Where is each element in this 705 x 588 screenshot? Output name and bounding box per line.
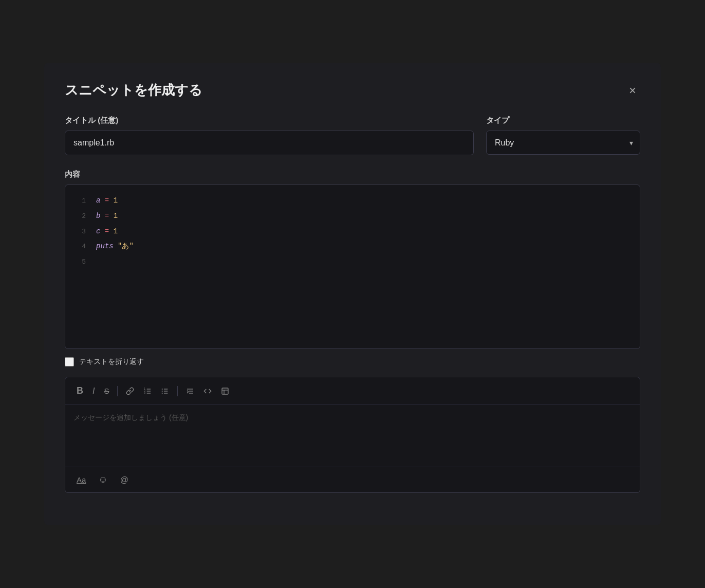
dialog-header: スニペットを作成する × bbox=[65, 81, 640, 99]
bottom-toolbar: Aa ☺ @ bbox=[65, 467, 640, 492]
close-button[interactable]: × bbox=[625, 82, 640, 99]
line-number-1: 1 bbox=[73, 195, 86, 207]
link-button[interactable] bbox=[123, 385, 137, 397]
content-label: 内容 bbox=[65, 170, 640, 179]
type-label: タイプ bbox=[486, 116, 640, 125]
block-button[interactable] bbox=[218, 385, 232, 397]
title-label: タイトル (任意) bbox=[65, 116, 474, 125]
mention-button[interactable]: @ bbox=[117, 473, 132, 487]
line-number-5: 5 bbox=[73, 256, 86, 268]
var-a: a bbox=[96, 196, 100, 205]
code-line-1: 1 a = 1 bbox=[65, 193, 640, 209]
font-button[interactable]: Aa bbox=[73, 473, 89, 486]
type-select[interactable]: Plain Text Ruby Python JavaScript TypeSc… bbox=[486, 131, 640, 155]
wrap-row: テキストを折り返す bbox=[65, 357, 640, 366]
create-snippet-dialog: スニペットを作成する × タイトル (任意) タイプ Plain Text Ru… bbox=[44, 63, 661, 525]
svg-text:3: 3 bbox=[144, 392, 146, 394]
type-select-wrapper: Plain Text Ruby Python JavaScript TypeSc… bbox=[486, 131, 640, 155]
line-number-2: 2 bbox=[73, 211, 86, 222]
code-line-2: 2 b = 1 bbox=[65, 209, 640, 224]
type-group: タイプ Plain Text Ruby Python JavaScript Ty… bbox=[486, 116, 640, 155]
wrap-label: テキストを折り返す bbox=[79, 357, 144, 366]
separator-1 bbox=[117, 386, 118, 396]
code-line-5: 5 bbox=[65, 254, 640, 270]
code-line-4: 4 puts "あ" bbox=[65, 239, 640, 254]
title-type-row: タイトル (任意) タイプ Plain Text Ruby Python Jav… bbox=[65, 116, 640, 155]
svg-point-10 bbox=[162, 391, 163, 392]
val-2: 1 bbox=[114, 212, 118, 220]
message-placeholder[interactable]: メッセージを追加しましょう (任意) bbox=[65, 405, 640, 467]
line-number-3: 3 bbox=[73, 226, 86, 237]
equals-2: = bbox=[105, 212, 109, 220]
dialog-title: スニペットを作成する bbox=[65, 81, 202, 99]
svg-point-11 bbox=[162, 393, 163, 394]
equals-1: = bbox=[105, 196, 109, 205]
equals-3: = bbox=[105, 227, 109, 235]
unordered-list-button[interactable] bbox=[158, 385, 172, 397]
val-3: 1 bbox=[114, 227, 118, 235]
var-c: c bbox=[96, 227, 100, 235]
code-line-3: 3 c = 1 bbox=[65, 224, 640, 240]
content-section: 内容 1 a = 1 2 b = bbox=[65, 170, 640, 349]
keyword-puts: puts bbox=[96, 242, 114, 250]
bold-button[interactable]: B bbox=[73, 383, 86, 398]
title-input[interactable] bbox=[65, 131, 474, 155]
string-ah: "あ" bbox=[118, 242, 134, 250]
message-editor: B I S 1 2 3 bbox=[65, 377, 640, 493]
editor-toolbar: B I S 1 2 3 bbox=[65, 377, 640, 405]
separator-2 bbox=[177, 386, 178, 396]
var-b: b bbox=[96, 212, 100, 220]
code-editor[interactable]: 1 a = 1 2 b = 1 bbox=[65, 185, 640, 349]
ordered-list-button[interactable]: 1 2 3 bbox=[140, 385, 155, 397]
line-number-4: 4 bbox=[73, 241, 86, 252]
emoji-button[interactable]: ☺ bbox=[95, 472, 110, 487]
italic-button[interactable]: I bbox=[89, 384, 98, 398]
strikethrough-button[interactable]: S bbox=[101, 384, 112, 397]
code-button[interactable] bbox=[200, 385, 215, 397]
title-group: タイトル (任意) bbox=[65, 116, 474, 155]
indent-button[interactable] bbox=[183, 385, 197, 397]
svg-rect-15 bbox=[222, 388, 228, 394]
wrap-checkbox[interactable] bbox=[65, 357, 74, 366]
svg-point-9 bbox=[162, 389, 163, 390]
val-1: 1 bbox=[114, 196, 118, 205]
